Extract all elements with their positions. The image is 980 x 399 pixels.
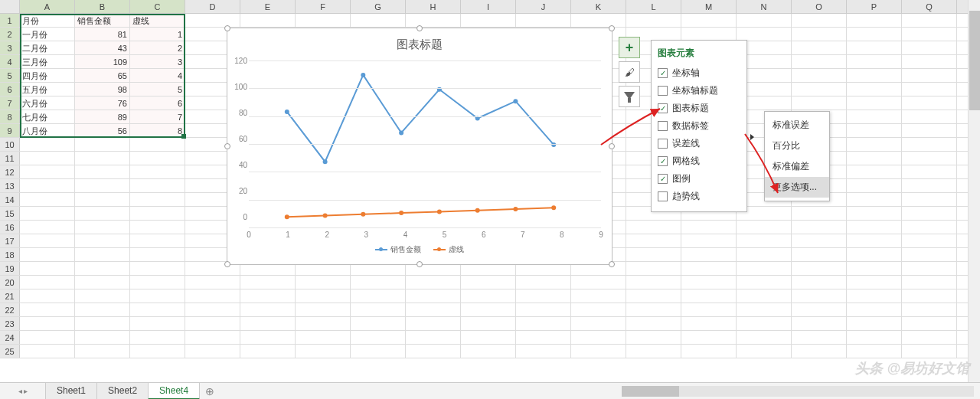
vscroll-thumb[interactable] — [969, 11, 980, 110]
cell[interactable] — [130, 138, 185, 151]
cell[interactable] — [847, 96, 902, 110]
cell[interactable] — [461, 331, 516, 344]
error-bars-submenu[interactable]: 标准误差百分比标准偏差更多选项... — [764, 111, 830, 201]
cell[interactable] — [20, 152, 75, 165]
cell[interactable] — [240, 331, 296, 344]
cell[interactable] — [681, 262, 737, 275]
legend-item[interactable]: 销售金额 — [375, 244, 421, 255]
cell[interactable] — [406, 331, 461, 344]
row-header[interactable]: 8 — [0, 110, 20, 123]
cell[interactable] — [792, 55, 847, 68]
row-header[interactable]: 1 — [0, 14, 20, 27]
cell[interactable] — [75, 207, 130, 220]
cell[interactable] — [406, 345, 461, 358]
cell[interactable] — [902, 83, 957, 96]
cell[interactable] — [461, 303, 516, 316]
cell[interactable] — [185, 289, 240, 303]
cell[interactable] — [406, 276, 461, 289]
cell[interactable] — [185, 345, 240, 358]
cell[interactable] — [847, 289, 902, 303]
cell[interactable] — [20, 165, 75, 178]
cell[interactable] — [130, 262, 185, 275]
cell[interactable] — [847, 14, 902, 27]
chart-elements-button[interactable]: + — [619, 37, 640, 58]
cell[interactable] — [737, 345, 792, 358]
cell[interactable] — [571, 14, 626, 27]
cell[interactable] — [20, 138, 75, 151]
row-header[interactable]: 22 — [0, 303, 20, 316]
submenu-item[interactable]: 更多选项... — [765, 177, 829, 198]
column-header[interactable]: C — [130, 0, 185, 13]
cell[interactable] — [406, 289, 461, 303]
row-header[interactable]: 21 — [0, 289, 20, 303]
cell[interactable] — [847, 179, 902, 192]
cell[interactable] — [737, 262, 792, 275]
cell[interactable] — [792, 96, 847, 110]
cell[interactable] — [792, 276, 847, 289]
cell[interactable] — [902, 345, 957, 358]
cell[interactable] — [792, 221, 847, 234]
cell[interactable] — [406, 303, 461, 316]
cell[interactable] — [902, 276, 957, 289]
panel-checkbox-item[interactable]: ✓网格线 — [658, 152, 740, 170]
cell[interactable] — [847, 303, 902, 316]
cell[interactable] — [626, 317, 681, 330]
row-header[interactable]: 10 — [0, 138, 20, 151]
panel-checkbox-item[interactable]: ✓图例 — [658, 170, 740, 188]
cell[interactable] — [75, 289, 130, 303]
cell[interactable] — [130, 207, 185, 220]
chart-resize-handle[interactable] — [609, 261, 615, 267]
cell[interactable] — [737, 331, 792, 344]
column-header[interactable]: A — [20, 0, 75, 13]
cell[interactable] — [20, 221, 75, 234]
cell[interactable] — [240, 14, 296, 27]
cell[interactable]: 89 — [75, 110, 130, 123]
sheet-tab[interactable]: Sheet2 — [96, 383, 149, 400]
cell[interactable] — [902, 193, 957, 206]
cell[interactable] — [792, 248, 847, 261]
cell[interactable] — [571, 331, 626, 344]
row-header[interactable]: 18 — [0, 248, 20, 261]
cell[interactable] — [626, 14, 681, 27]
cell[interactable] — [75, 234, 130, 247]
cell[interactable] — [20, 262, 75, 275]
cell[interactable] — [461, 14, 516, 27]
cell[interactable] — [847, 110, 902, 123]
cell[interactable]: 98 — [75, 83, 130, 96]
cell[interactable] — [351, 317, 406, 330]
cell[interactable] — [571, 303, 626, 316]
row-header[interactable]: 9 — [0, 124, 20, 137]
cell[interactable] — [75, 345, 130, 358]
cell[interactable] — [681, 28, 737, 41]
row-header[interactable]: 19 — [0, 262, 20, 275]
cell[interactable]: 7 — [130, 110, 185, 123]
cell[interactable] — [737, 317, 792, 330]
column-header[interactable]: F — [296, 0, 351, 13]
cell[interactable] — [681, 345, 737, 358]
column-header[interactable]: L — [626, 0, 681, 13]
chart-resize-handle[interactable] — [224, 143, 230, 149]
cell[interactable] — [681, 14, 737, 27]
cell[interactable] — [902, 124, 957, 137]
cell[interactable] — [185, 317, 240, 330]
cell[interactable] — [130, 289, 185, 303]
cell[interactable] — [130, 179, 185, 192]
cell[interactable] — [351, 331, 406, 344]
chart-resize-handle[interactable] — [224, 25, 230, 31]
cell[interactable] — [902, 152, 957, 165]
cell[interactable]: 八月份 — [20, 124, 75, 137]
cell[interactable]: 二月份 — [20, 41, 75, 54]
chart-resize-handle[interactable] — [416, 261, 423, 267]
cell[interactable] — [516, 317, 571, 330]
cell[interactable] — [296, 14, 351, 27]
cell[interactable] — [847, 165, 902, 178]
cell[interactable] — [406, 14, 461, 27]
row-header[interactable]: 25 — [0, 345, 20, 358]
cell[interactable] — [902, 234, 957, 247]
cell[interactable] — [20, 276, 75, 289]
cell[interactable] — [516, 14, 571, 27]
cell[interactable] — [737, 289, 792, 303]
column-header[interactable]: G — [351, 0, 406, 13]
cell[interactable] — [792, 331, 847, 344]
cell[interactable]: 6 — [130, 96, 185, 110]
